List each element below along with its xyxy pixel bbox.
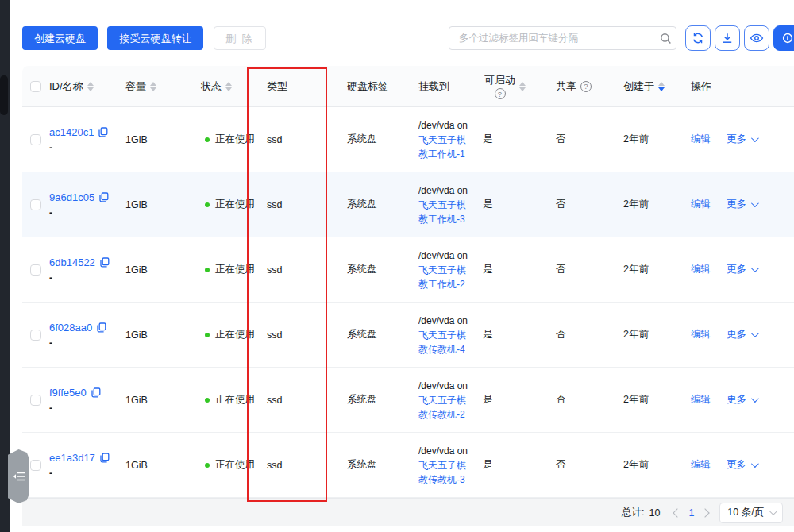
bootable-cell: 是 <box>483 107 556 172</box>
header-capacity[interactable]: 容量 <box>125 66 201 106</box>
sort-icon[interactable] <box>519 82 526 91</box>
chevron-down-icon[interactable] <box>751 199 759 207</box>
select-all-checkbox[interactable] <box>30 81 41 92</box>
disk-id-link[interactable]: ac1420c1 <box>49 126 94 138</box>
mount-instance-link[interactable]: 飞天五子棋教工作机-2 <box>418 263 469 291</box>
header-created[interactable]: 创建于 <box>623 66 691 106</box>
next-page-button[interactable] <box>701 508 710 517</box>
mount-instance-link[interactable]: 飞天五子棋教传教机-3 <box>418 458 469 487</box>
column-visibility-button[interactable] <box>744 25 769 51</box>
mount-instance-link[interactable]: 飞天五子棋教传教机-2 <box>418 393 469 422</box>
copy-icon[interactable] <box>100 453 110 463</box>
row-checkbox[interactable] <box>30 330 41 341</box>
capacity-cell: 1GiB <box>125 433 201 497</box>
table-row: ee1a3d17 - 1GiB 正在使用 ssd 系统盘 /dev/vda on… <box>22 433 794 498</box>
header-ops: 操作 <box>691 66 794 106</box>
row-checkbox[interactable] <box>30 264 41 276</box>
prev-page-button[interactable] <box>673 508 682 517</box>
disk-name: - <box>49 272 52 283</box>
status-cell: 正在使用 <box>201 433 267 497</box>
sort-icon[interactable] <box>658 82 665 91</box>
tag-cell: 系统盘 <box>347 368 418 432</box>
scrollbar-thumb[interactable] <box>0 75 8 115</box>
search-icon[interactable] <box>655 33 676 44</box>
download-button[interactable] <box>715 25 740 51</box>
disk-id-link[interactable]: 6f028aa0 <box>49 322 92 333</box>
shared-cell: 否 <box>556 368 623 432</box>
chevron-down-icon[interactable] <box>751 330 759 337</box>
current-page[interactable]: 1 <box>688 507 694 519</box>
delete-button[interactable]: 删 除 <box>214 26 266 50</box>
edit-link[interactable]: 编辑 <box>691 198 711 211</box>
total-label: 总计: <box>622 506 644 519</box>
more-link[interactable]: 更多 <box>727 133 746 146</box>
settings-button[interactable] <box>773 25 794 51</box>
total-value: 10 <box>649 507 660 519</box>
shared-cell: 否 <box>556 303 623 367</box>
disk-id-link[interactable]: 6db14522 <box>49 256 95 268</box>
sort-icon[interactable] <box>87 82 94 91</box>
copy-icon[interactable] <box>100 257 110 268</box>
row-checkbox[interactable] <box>30 460 41 471</box>
settings-icon <box>781 32 794 44</box>
created-cell: 2年前 <box>623 172 691 237</box>
mount-instance-link[interactable]: 飞天五子棋教传教机-4 <box>418 328 469 357</box>
status-dot <box>205 463 210 468</box>
chevron-down-icon[interactable] <box>751 264 759 272</box>
mount-instance-link[interactable]: 飞天五子棋教工作机-1 <box>418 133 469 161</box>
chevron-down-icon[interactable] <box>751 395 759 403</box>
refresh-icon <box>692 32 704 44</box>
type-cell: ssd <box>267 433 347 497</box>
edit-link[interactable]: 编辑 <box>691 458 711 472</box>
status-dot <box>205 137 210 142</box>
mount-cell: /dev/vda on 飞天五子棋教传教机-2 <box>418 368 483 432</box>
row-checkbox[interactable] <box>30 395 41 406</box>
disk-id-link[interactable]: 9a6d1c05 <box>49 191 94 203</box>
row-checkbox[interactable] <box>30 199 41 210</box>
disk-id-link[interactable]: ee1a3d17 <box>49 452 95 464</box>
header-id-name[interactable]: ID/名称 <box>49 66 125 106</box>
edit-link[interactable]: 编辑 <box>691 393 711 407</box>
divider <box>719 199 719 210</box>
created-cell: 2年前 <box>623 368 691 432</box>
chevron-down-icon[interactable] <box>751 134 759 142</box>
help-icon[interactable] <box>495 88 506 99</box>
page-size-select[interactable]: 10 条/页 <box>719 503 783 523</box>
header-status[interactable]: 状态 <box>201 66 267 106</box>
sidebar-expand-tab[interactable] <box>8 449 29 503</box>
capacity-cell: 1GiB <box>125 107 201 172</box>
mount-instance-link[interactable]: 飞天五子棋教工作机-3 <box>418 198 469 226</box>
more-link[interactable]: 更多 <box>727 198 746 211</box>
bootable-cell: 是 <box>483 433 556 497</box>
capacity-cell: 1GiB <box>125 172 201 237</box>
mount-cell: /dev/vda on 飞天五子棋教传教机-3 <box>418 433 483 497</box>
copy-icon[interactable] <box>99 192 109 202</box>
pagination: 总计: 10 1 10 条/页 <box>622 499 783 526</box>
create-disk-button[interactable]: 创建云硬盘 <box>22 26 98 50</box>
sort-icon[interactable] <box>150 82 156 91</box>
row-checkbox[interactable] <box>30 134 41 145</box>
more-link[interactable]: 更多 <box>727 328 746 341</box>
refresh-button[interactable] <box>685 25 711 51</box>
search-input[interactable] <box>449 33 655 44</box>
disk-name: - <box>49 142 52 153</box>
accept-transfer-button[interactable]: 接受云硬盘转让 <box>107 26 203 50</box>
disk-id-link[interactable]: f9ffe5e0 <box>49 387 87 399</box>
copy-icon[interactable] <box>91 387 101 398</box>
edit-link[interactable]: 编辑 <box>691 263 711 276</box>
copy-icon[interactable] <box>97 322 106 333</box>
header-bootable[interactable]: 可启动 <box>483 66 556 106</box>
edit-link[interactable]: 编辑 <box>691 328 711 341</box>
more-link[interactable]: 更多 <box>727 393 746 407</box>
sort-icon[interactable] <box>225 82 232 91</box>
status-dot <box>205 333 210 337</box>
copy-icon[interactable] <box>98 127 108 137</box>
edit-link[interactable]: 编辑 <box>691 133 711 146</box>
chevron-down-icon[interactable] <box>751 460 759 468</box>
more-link[interactable]: 更多 <box>727 458 746 472</box>
status-cell: 正在使用 <box>201 368 267 432</box>
mount-device: /dev/vda on <box>418 444 468 458</box>
disk-table: ID/名称 容量 状态 类型 硬盘标签 挂载到 可启动 共享 创建于 <box>22 66 794 526</box>
help-icon[interactable] <box>580 81 592 92</box>
more-link[interactable]: 更多 <box>727 263 746 276</box>
